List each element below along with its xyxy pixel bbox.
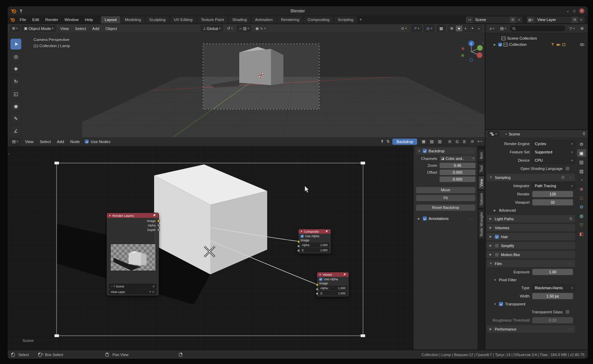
section-light-paths[interactable]: ▶Light Paths☰ <box>487 215 575 222</box>
properties-tab-render[interactable]: ▣ <box>577 149 586 157</box>
overlays-dropdown[interactable]: ◎▾ <box>424 25 435 32</box>
editor-type-button[interactable]: ▤▾ <box>10 138 20 145</box>
backdrop-panel-header[interactable]: ▼ Backdrop:::: <box>416 148 475 154</box>
tool-rotate-button[interactable]: ↻ <box>10 76 21 87</box>
remove-view-layer-icon[interactable]: ✕ <box>578 18 585 22</box>
annotations-panel-header[interactable]: ▶ Annotations:::: <box>416 215 475 222</box>
orientation-dropdown[interactable]: ⟂Global▾ <box>201 25 223 32</box>
outliner-row-scene-collection[interactable]: Scene Collection <box>488 35 586 41</box>
view-layer-name[interactable]: View Layer <box>534 18 572 22</box>
backdrop-checkbox[interactable] <box>423 149 427 153</box>
workspace-tab-scripting[interactable]: Scripting <box>334 16 357 23</box>
unlink-scene-icon[interactable]: ✕ <box>516 18 523 22</box>
shading-rendered-button[interactable]: ◓ <box>469 26 476 31</box>
sidebar-tab-options[interactable]: Options <box>479 191 484 208</box>
use-alpha-toggle[interactable]: Use Alpha <box>299 234 331 238</box>
editor-type-button[interactable]: ▾ <box>488 131 499 137</box>
use-nodes-toggle[interactable]: Use Nodes <box>83 139 112 144</box>
properties-tab-modifiers[interactable]: ⚙ <box>577 203 586 211</box>
tool-scale-button[interactable]: ◱ <box>10 88 21 99</box>
preset-icon[interactable]: ☰ <box>561 175 564 179</box>
channel-r-button[interactable]: R <box>446 139 454 144</box>
outliner[interactable]: ≡▾ ▤▾ ▽▾ ⊞ Scene Collection ▶ <box>485 24 588 129</box>
snap-target-dropdown[interactable]: ⌖▾ <box>477 139 483 144</box>
image-output-socket[interactable] <box>157 220 160 222</box>
sidebar-tab-node-wrangler[interactable]: Node Wrangler <box>479 210 484 239</box>
shading-material-button[interactable]: ◐ <box>463 26 470 31</box>
app-menu-icon[interactable] <box>10 18 15 22</box>
simplify-checkbox[interactable] <box>495 244 499 248</box>
preset-icon[interactable]: ☰ <box>569 217 572 221</box>
window-shade-icon[interactable]: ⌄ <box>566 9 569 13</box>
properties-tab-object-data[interactable]: ▽ <box>577 221 586 229</box>
filter-dropdown[interactable]: ▽▾ <box>567 26 576 31</box>
collection-checkbox[interactable] <box>498 43 502 47</box>
menu-edit[interactable]: Edit <box>29 17 42 23</box>
zoom-field[interactable]: 0.46 <box>440 163 475 168</box>
sidebar-tab-view[interactable]: View <box>479 176 484 189</box>
node-menu-view[interactable]: View <box>22 139 37 145</box>
scene-select-field[interactable]: ◔▾ Scene ✕ <box>109 284 157 289</box>
render-field[interactable]: 128 <box>532 191 573 197</box>
roughness-threshold-field[interactable]: 0.10 <box>532 317 573 323</box>
z-field[interactable]: Z:1.000 <box>319 291 347 295</box>
open-shading-language-checkbox[interactable] <box>565 166 570 171</box>
properties-editor[interactable]: ▾ ◔ Scene Render EngineCycles▾Feature Se… <box>485 129 588 350</box>
image-alpha-button[interactable]: ▦ <box>420 139 428 144</box>
sidebar-collapse-icon[interactable]: ‹ <box>482 41 483 45</box>
feature-set-dropdown[interactable]: Supported▾ <box>532 149 575 155</box>
workspace-tab-uv-editing[interactable]: UV Editing <box>170 16 196 23</box>
sidebar-tab-tool[interactable]: Tool <box>479 163 484 174</box>
alpha-field[interactable]: Alpha:1.000 <box>300 243 329 247</box>
snapping-toggle[interactable]: ⊘ <box>470 139 475 144</box>
new-view-layer-icon[interactable]: 🗋 <box>152 290 155 294</box>
viewport-3d[interactable]: ⊞▾ ▣ Object Mode▾ ViewSelectAddObject ⟂G… <box>8 24 485 137</box>
expand-icon[interactable]: ▼ <box>494 279 497 282</box>
channel-b-button[interactable]: B <box>461 139 468 144</box>
expand-icon[interactable]: ▼ <box>490 176 493 179</box>
view-layer-selector[interactable]: ▧▾ View Layer ⧉ ✕ <box>526 16 585 23</box>
node-menu-node[interactable]: Node <box>67 139 83 145</box>
pin-icon[interactable] <box>381 140 384 143</box>
expand-icon[interactable]: ▶ <box>490 253 493 256</box>
pivot-dropdown[interactable]: ↺▾ <box>225 26 235 31</box>
expand-icon[interactable]: ▶ <box>490 235 493 238</box>
integrator-dropdown[interactable]: Path Tracing▾ <box>532 182 575 189</box>
alpha-field[interactable]: Alpha:1.000 <box>319 286 347 290</box>
expand-icon[interactable]: ▶ <box>494 209 497 212</box>
workspace-tab-layout[interactable]: Layout <box>101 16 121 23</box>
clear-scene-icon[interactable]: ✕ <box>152 285 155 288</box>
sidebar-tab-item[interactable]: Item <box>479 150 484 161</box>
visibility-dropdown[interactable]: ⊙▾ <box>399 26 409 31</box>
tool-move-button[interactable]: ✚ <box>10 63 21 74</box>
section-hair[interactable]: ▶Hair <box>487 233 575 240</box>
render-engine-dropdown[interactable]: Cycles▾ <box>532 140 575 147</box>
section-motion-blur[interactable]: ▶Motion Blur <box>487 251 575 258</box>
use-nodes-checkbox[interactable] <box>85 140 89 143</box>
toolbar-expand-icon[interactable]: › <box>8 152 10 156</box>
tool-annotate-button[interactable]: ✎ <box>10 113 21 124</box>
snap-toggle[interactable]: ∩▥▾ <box>237 25 251 32</box>
proportional-edit-toggle[interactable]: ◉∿▾ <box>253 26 268 31</box>
view-layer-select-field[interactable]: View Layer ▾ 🗋 <box>109 289 157 294</box>
node-menu-select[interactable]: Select <box>37 139 54 145</box>
render-layers-node[interactable]: ▼Render Layers ImageAlphaDepth ◔▾ Scene <box>107 213 159 296</box>
image-color-button[interactable]: ▨ <box>428 139 436 144</box>
device-dropdown[interactable]: CPU▾ <box>532 157 575 164</box>
properties-tab-material[interactable]: ◧ <box>577 230 586 237</box>
composite-node[interactable]: ▼Composite Use Alpha Image Alpha:1.000 Z… <box>298 229 331 254</box>
pin-icon[interactable] <box>582 132 586 136</box>
transparent-checkbox[interactable] <box>499 302 503 306</box>
workspace-tab-sculpting[interactable]: Sculpting <box>145 16 169 23</box>
properties-tab-view-layer[interactable]: ▧ <box>577 167 586 175</box>
window-close-icon[interactable]: ✕ <box>579 8 584 13</box>
viewport-canvas[interactable]: Z Camera Perspective (1) Collection | La… <box>8 33 485 137</box>
viewport-menu-select[interactable]: Select <box>72 26 89 32</box>
hair-checkbox[interactable] <box>495 235 499 239</box>
tool-cursor-button[interactable]: ◎ <box>10 51 21 62</box>
workspace-tab-texture-paint[interactable]: Texture Paint <box>197 16 228 23</box>
new-scene-icon[interactable]: ⧉ <box>510 17 515 23</box>
z-input-socket[interactable] <box>316 292 319 295</box>
backdrop-toggle-button[interactable]: Backdrop <box>392 139 418 145</box>
section-sampling[interactable]: ▼Sampling☰:::: <box>487 174 575 181</box>
